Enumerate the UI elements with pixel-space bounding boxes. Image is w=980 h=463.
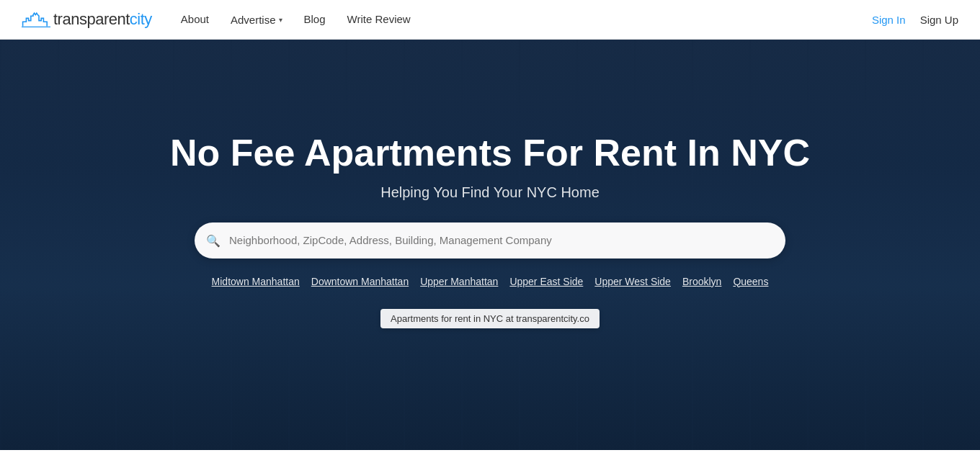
hero-section: No Fee Apartments For Rent In NYC Helpin… — [0, 40, 980, 450]
nav-link-advertise[interactable]: Advertise ▾ — [231, 14, 282, 26]
hero-title: No Fee Apartments For Rent In NYC — [14, 132, 966, 174]
nav-link-blog[interactable]: Blog — [304, 13, 326, 25]
bottom-section: No Fee Apartments That May Interest You — [0, 450, 980, 463]
nav-item-write-review[interactable]: Write Review — [347, 13, 411, 26]
nav-link-advertise-label: Advertise — [231, 14, 276, 26]
hero-content: No Fee Apartments For Rent In NYC Helpin… — [0, 132, 980, 328]
hero-tooltip: Apartments for rent in NYC at transparen… — [380, 309, 600, 328]
logo-text: transparentcity — [53, 10, 152, 29]
neighborhood-link-upper-west[interactable]: Upper West Side — [594, 276, 671, 287]
neighborhood-link-brooklyn[interactable]: Brooklyn — [682, 276, 721, 287]
nav-item-blog[interactable]: Blog — [304, 13, 326, 26]
search-input[interactable] — [195, 222, 785, 259]
neighborhood-link-downtown[interactable]: Downtown Manhattan — [311, 276, 409, 287]
nav-link-write-review[interactable]: Write Review — [347, 13, 411, 25]
hero-subtitle: Helping You Find Your NYC Home — [14, 184, 966, 201]
sign-up-link[interactable]: Sign Up — [920, 14, 958, 26]
nav-link-about[interactable]: About — [181, 13, 209, 25]
neighborhood-links: Midtown Manhattan Downtown Manhattan Upp… — [14, 276, 966, 287]
neighborhood-link-upper-east[interactable]: Upper East Side — [509, 276, 583, 287]
nav-item-advertise[interactable]: Advertise ▾ — [231, 14, 282, 26]
navbar-right: Sign In Sign Up — [872, 14, 958, 26]
navbar: transparentcity About Advertise ▾ Blog W… — [0, 0, 980, 40]
logo-icon — [22, 9, 50, 30]
nav-links: About Advertise ▾ Blog Write Review — [181, 13, 411, 26]
sign-in-link[interactable]: Sign In — [872, 14, 906, 26]
neighborhood-link-upper[interactable]: Upper Manhattan — [420, 276, 498, 287]
advertise-dropdown-icon: ▾ — [279, 16, 282, 24]
neighborhood-link-midtown[interactable]: Midtown Manhattan — [212, 276, 300, 287]
search-container: 🔍 — [195, 222, 785, 259]
nav-item-about[interactable]: About — [181, 13, 209, 26]
logo[interactable]: transparentcity — [22, 9, 152, 30]
neighborhood-link-queens[interactable]: Queens — [733, 276, 768, 287]
navbar-left: transparentcity About Advertise ▾ Blog W… — [22, 9, 411, 30]
